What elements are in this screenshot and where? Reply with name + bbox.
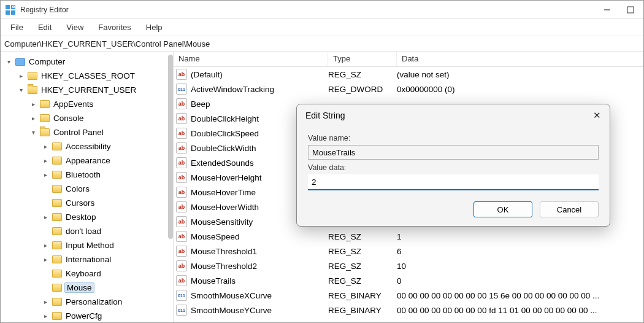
tree-item[interactable]: Keyboard <box>1 267 173 281</box>
folder-icon <box>52 255 62 263</box>
tree-pane[interactable]: ▾Computer▸HKEY_CLASSES_ROOT▾HKEY_CURRENT… <box>1 52 174 322</box>
tree-item[interactable]: ▸International <box>1 252 173 267</box>
menu-favorites[interactable]: Favorites <box>91 20 138 34</box>
menu-edit[interactable]: Edit <box>31 20 59 34</box>
twisty-icon[interactable]: ▸ <box>41 256 50 263</box>
twisty-icon[interactable]: ▸ <box>41 171 50 178</box>
twisty-icon[interactable]: ▸ <box>41 298 50 305</box>
list-row[interactable]: abMouseSpeedREG_SZ1 <box>174 229 643 244</box>
row-data: 00 00 00 00 00 00 00 00 15 6e 00 00 00 0… <box>397 291 643 300</box>
menu-view[interactable]: View <box>59 20 91 34</box>
list-row[interactable]: abMouseTrailsREG_SZ0 <box>174 273 643 288</box>
tree-item[interactable]: ▸Appearance <box>1 154 173 168</box>
tree-item[interactable]: don't load <box>1 224 173 238</box>
twisty-icon[interactable]: ▸ <box>41 242 50 249</box>
twisty-icon[interactable]: ▸ <box>41 157 50 164</box>
tree-item[interactable]: ▸Console <box>1 111 173 125</box>
col-header-data[interactable]: Data <box>397 52 643 66</box>
reg-binary-icon: 011 <box>176 290 187 301</box>
folder-icon <box>52 298 62 306</box>
twisty-icon[interactable]: ▾ <box>17 87 25 93</box>
app-icon <box>6 5 15 15</box>
menu-help[interactable]: Help <box>139 20 170 34</box>
twisty-icon[interactable]: ▸ <box>17 72 25 79</box>
svg-rect-2 <box>6 10 10 15</box>
twisty-icon[interactable]: ▾ <box>4 58 13 65</box>
address-bar[interactable]: Computer\HKEY_CURRENT_USER\Control Panel… <box>1 36 643 52</box>
row-name: MouseHoverWidth <box>191 203 259 212</box>
row-name: ActiveWindowTracking <box>191 85 274 94</box>
twisty-icon[interactable]: ▾ <box>29 129 37 136</box>
row-name: SmoothMouseYCurve <box>191 306 272 315</box>
tree-item-label: International <box>64 255 112 264</box>
tree-item[interactable]: ▸AppEvents <box>1 97 173 111</box>
twisty-icon[interactable]: ▸ <box>41 313 50 319</box>
col-header-name[interactable]: Name <box>174 52 328 66</box>
cancel-button[interactable]: Cancel <box>540 201 599 217</box>
tree-item-label: HKEY_CLASSES_ROOT <box>40 71 136 80</box>
ok-button[interactable]: OK <box>473 201 532 217</box>
folder-icon <box>40 128 50 136</box>
tree-item[interactable]: ▾Control Panel <box>1 125 173 139</box>
folder-icon <box>52 213 62 221</box>
value-data-label: Value data: <box>308 163 599 172</box>
dialog-title: Edit String <box>305 111 593 120</box>
list-row[interactable]: 011ActiveWindowTrackingREG_DWORD0x000000… <box>174 82 643 96</box>
reg-binary-icon: 011 <box>176 305 187 316</box>
row-data: 6 <box>397 247 643 256</box>
row-data: 0 <box>397 276 643 286</box>
list-row[interactable]: 011SmoothMouseYCurveREG_BINARY00 00 00 0… <box>174 303 643 317</box>
tree-item-label: Accessibility <box>64 142 112 151</box>
menubar: File Edit View Favorites Help <box>1 19 643 36</box>
minimize-button[interactable] <box>603 6 611 14</box>
svg-point-5 <box>13 6 14 7</box>
row-name: DoubleClickSpeed <box>191 129 259 138</box>
tree-item-label: Personalization <box>64 297 123 306</box>
tree-item[interactable]: ▸HKEY_CLASSES_ROOT <box>1 69 173 83</box>
tree-item-label: Desktop <box>64 212 98 222</box>
twisty-icon[interactable]: ▸ <box>29 115 37 122</box>
twisty-icon[interactable]: ▸ <box>41 214 50 220</box>
folder-icon <box>52 171 62 179</box>
list-row[interactable]: 011SmoothMouseXCurveREG_BINARY00 00 00 0… <box>174 288 643 303</box>
twisty-icon[interactable]: ▸ <box>41 143 50 150</box>
tree-item[interactable]: ▸Input Method <box>1 238 173 252</box>
row-data: (value not set) <box>397 70 643 79</box>
window-title: Registry Editor <box>20 6 603 14</box>
maximize-button[interactable] <box>626 6 635 14</box>
tree-item[interactable]: ▸Bluetooth <box>1 168 173 182</box>
folder-icon <box>40 114 50 122</box>
tree-item[interactable]: ▾HKEY_CURRENT_USER <box>1 83 173 97</box>
value-data-field[interactable] <box>308 174 599 190</box>
tree-item[interactable]: ▸Desktop <box>1 210 173 224</box>
tree-item[interactable]: ▸Accessibility <box>1 139 173 154</box>
menu-file[interactable]: File <box>3 20 31 34</box>
folder-icon <box>52 312 62 320</box>
twisty-icon[interactable]: ▸ <box>29 101 37 107</box>
tree-item[interactable]: ▸Personalization <box>1 295 173 309</box>
reg-string-icon: ab <box>176 260 187 271</box>
row-type: REG_SZ <box>328 247 397 256</box>
tree-item[interactable]: Cursors <box>1 196 173 210</box>
row-name: MouseHoverHeight <box>191 173 262 182</box>
folder-icon <box>40 100 50 108</box>
tree-item-label: Input Method <box>64 241 115 250</box>
reg-string-icon: ab <box>176 231 187 242</box>
tree-item[interactable]: ▸PowerCfg <box>1 309 173 322</box>
reg-binary-icon: 011 <box>176 84 187 95</box>
dialog-close-icon[interactable]: ✕ <box>593 110 601 121</box>
tree-scrollbar[interactable] <box>168 55 173 239</box>
row-name: ExtendedSounds <box>191 158 254 168</box>
tree-item[interactable]: ▾Computer <box>1 55 173 69</box>
row-name: MouseThreshold1 <box>191 247 257 256</box>
list-row[interactable]: abMouseThreshold1REG_SZ6 <box>174 244 643 259</box>
list-row[interactable]: ab(Default)REG_SZ(value not set) <box>174 67 643 82</box>
reg-string-icon: ab <box>176 187 187 198</box>
col-header-type[interactable]: Type <box>328 52 397 66</box>
list-row[interactable]: abMouseThreshold2REG_SZ10 <box>174 259 643 273</box>
edit-string-dialog: Edit String ✕ Value name: Value data: OK… <box>296 104 610 227</box>
value-name-field <box>308 145 599 160</box>
reg-string-icon: ab <box>176 128 187 139</box>
tree-item[interactable]: Colors <box>1 182 173 196</box>
tree-item[interactable]: Mouse <box>1 281 173 295</box>
